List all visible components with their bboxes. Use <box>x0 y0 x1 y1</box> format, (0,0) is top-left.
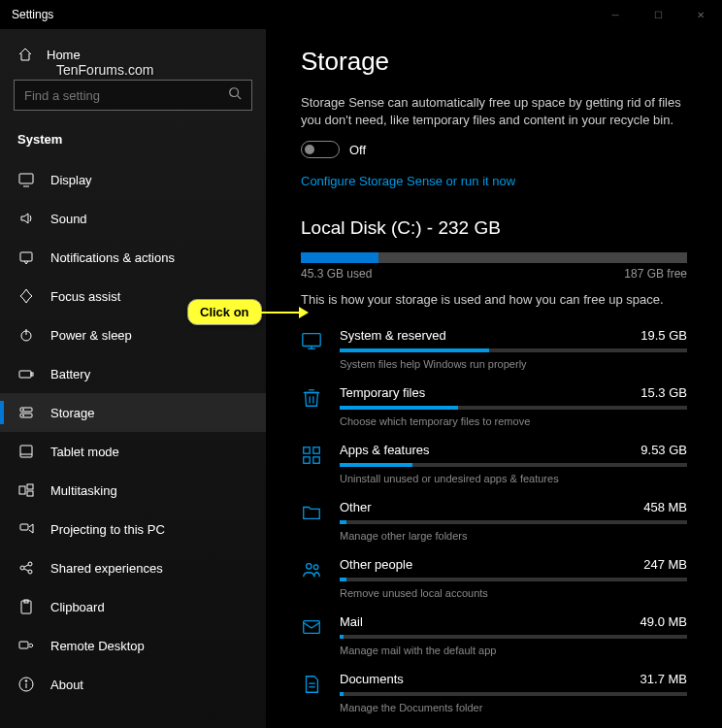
svg-rect-37 <box>304 447 310 453</box>
mail-icon <box>301 614 324 642</box>
search-box[interactable] <box>14 80 252 111</box>
storage-category-folder[interactable]: Other458 MBManage other large folders <box>301 494 687 551</box>
title-bar: Settings ─ ☐ ✕ <box>0 0 722 29</box>
configure-link[interactable]: Configure Storage Sense or run it now <box>301 174 515 188</box>
clipboard-icon <box>17 599 35 614</box>
svg-rect-4 <box>20 252 32 261</box>
search-input[interactable] <box>15 88 218 103</box>
page-title: Storage <box>301 47 687 77</box>
category-bar <box>340 635 687 639</box>
category-bar <box>340 692 687 696</box>
category-bar <box>340 406 687 410</box>
disk-used: 45.3 GB used <box>301 267 372 281</box>
people-icon <box>301 557 324 584</box>
remote-icon <box>17 638 35 653</box>
svg-rect-26 <box>19 642 28 648</box>
sidebar-item-tablet[interactable]: Tablet mode <box>0 432 266 471</box>
svg-rect-10 <box>20 414 32 417</box>
minimize-button[interactable]: ─ <box>594 0 637 29</box>
storage-icon <box>17 405 35 420</box>
apps-icon <box>301 443 324 470</box>
trash-icon <box>301 385 324 413</box>
storage-sense-toggle[interactable]: Off <box>301 141 687 158</box>
notifications-icon <box>17 249 35 265</box>
system-icon <box>301 328 324 355</box>
category-bar <box>340 348 687 352</box>
sidebar-item-label: Focus assist <box>50 289 120 304</box>
category-size: 15.3 GB <box>640 385 687 400</box>
sidebar-item-sound[interactable]: Sound <box>0 199 266 238</box>
sidebar-item-notifications[interactable]: Notifications & actions <box>0 238 266 277</box>
sidebar-item-shared[interactable]: Shared experiences <box>0 548 266 587</box>
disk-title: Local Disk (C:) - 232 GB <box>301 217 687 239</box>
category-bar <box>340 520 687 524</box>
svg-rect-30 <box>303 334 320 347</box>
home-button[interactable]: Home <box>0 39 266 70</box>
storage-sense-description: Storage Sense can automatically free up … <box>301 94 687 129</box>
svg-marker-47 <box>299 307 309 318</box>
category-name: Mail <box>340 614 363 629</box>
category-hint: Manage other large folders <box>340 530 687 542</box>
storage-category-trash[interactable]: Temporary files15.3 GBChoose which tempo… <box>301 380 687 437</box>
category-size: 19.5 GB <box>640 328 687 343</box>
toggle-switch[interactable] <box>301 141 340 158</box>
category-name: Documents <box>340 672 404 686</box>
category-size: 31.7 MB <box>640 672 687 686</box>
home-icon <box>17 47 33 62</box>
category-name: Temporary files <box>340 385 425 400</box>
category-hint: Remove unused local accounts <box>340 587 687 599</box>
app-title: Settings <box>12 8 53 21</box>
category-name: Apps & features <box>340 443 430 457</box>
sidebar-item-battery[interactable]: Battery <box>0 354 266 393</box>
svg-rect-9 <box>20 408 32 412</box>
sidebar-item-label: Battery <box>50 367 90 381</box>
sidebar-item-remote[interactable]: Remote Desktop <box>0 626 266 665</box>
storage-category-mail[interactable]: Mail49.0 MBManage mail with the default … <box>301 609 687 666</box>
svg-line-1 <box>238 96 242 100</box>
sidebar-item-project[interactable]: Projecting to this PC <box>0 510 266 548</box>
sidebar-item-about[interactable]: About <box>0 665 266 704</box>
sidebar-item-display[interactable]: Display <box>0 160 266 199</box>
maximize-button[interactable]: ☐ <box>637 0 679 29</box>
sidebar-item-label: About <box>50 678 83 692</box>
svg-line-22 <box>24 565 28 567</box>
category-bar <box>340 578 687 581</box>
sidebar-item-clipboard[interactable]: Clipboard <box>0 587 266 626</box>
category-hint: Choose which temporary files to remove <box>340 415 687 427</box>
power-icon <box>17 327 35 343</box>
annotation-callout: Click on <box>187 299 309 325</box>
disk-bar-fill <box>301 252 378 263</box>
disk-free: 187 GB free <box>624 267 687 281</box>
storage-category-system[interactable]: System & reserved19.5 GBSystem files hel… <box>301 322 687 380</box>
storage-category-people[interactable]: Other people247 MBRemove unused local ac… <box>301 551 687 609</box>
storage-category-doc[interactable]: Documents31.7 MBManage the Documents fol… <box>301 666 687 723</box>
focus-icon <box>17 288 35 304</box>
sidebar: Home System DisplaySoundNotifications & … <box>0 29 266 728</box>
sidebar-item-storage[interactable]: Storage <box>0 393 266 432</box>
category-size: 9.53 GB <box>640 443 687 457</box>
search-icon <box>218 86 251 104</box>
svg-rect-40 <box>313 457 319 463</box>
sidebar-category: System <box>0 120 266 160</box>
sidebar-item-label: Storage <box>50 406 95 420</box>
category-name: System & reserved <box>340 328 446 343</box>
sidebar-item-label: Notifications & actions <box>50 250 175 265</box>
category-size: 458 MB <box>643 500 687 514</box>
category-hint: Manage mail with the default app <box>340 645 687 656</box>
category-hint: System files help Windows run properly <box>340 358 687 370</box>
storage-category-cloud[interactable]: OneDrive1.06 MBRemove unused cloud-backe… <box>301 723 687 728</box>
svg-rect-43 <box>304 621 320 634</box>
sidebar-item-multitask[interactable]: Multitasking <box>0 471 266 510</box>
home-label: Home <box>47 48 81 62</box>
storage-category-apps[interactable]: Apps & features9.53 GBUninstall unused o… <box>301 437 687 494</box>
svg-point-42 <box>313 565 318 570</box>
sidebar-item-label: Remote Desktop <box>50 639 145 653</box>
sidebar-item-label: Clipboard <box>50 600 105 614</box>
sidebar-item-label: Tablet mode <box>50 445 119 459</box>
svg-point-20 <box>28 562 32 566</box>
callout-arrow-icon <box>260 301 309 324</box>
svg-rect-39 <box>304 457 310 463</box>
close-button[interactable]: ✕ <box>679 0 722 29</box>
sound-icon <box>17 211 35 226</box>
svg-point-41 <box>307 564 312 570</box>
